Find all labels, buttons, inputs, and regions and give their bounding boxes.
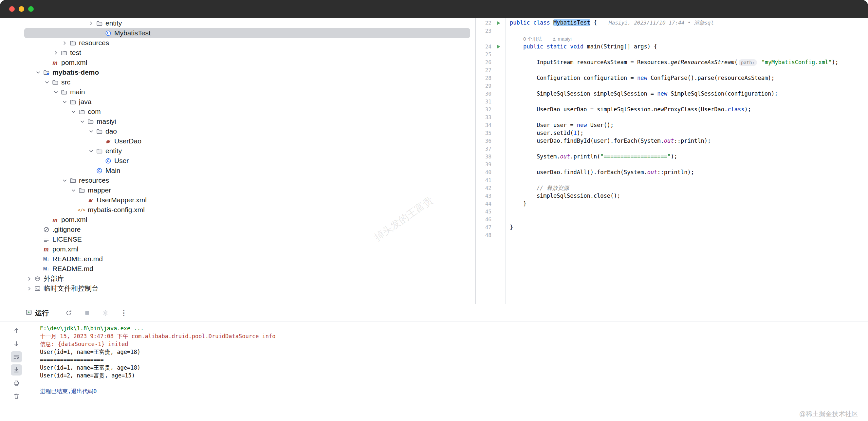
chevron-right-icon[interactable] [25,286,33,291]
print-icon[interactable] [11,378,22,389]
inlay-hint-line[interactable]: 0 个用法 masiyi [476,35,868,42]
tree-item-LICENSE[interactable]: LICENSE [24,234,470,244]
code-text: User user = new User(); [505,122,614,128]
code-line-24[interactable]: 24 public static void main(String[] args… [476,42,868,51]
chevron-down-icon[interactable] [34,70,42,75]
chevron-down-icon[interactable] [69,188,78,193]
tree-item-README.md[interactable]: M↓README.md [24,264,470,274]
tree-item-README.en.md[interactable]: M↓README.en.md [24,254,470,264]
line-number: 24 [476,43,492,50]
run-line-button[interactable] [492,21,505,26]
code-line-35[interactable]: 35 user.setId(1); [476,129,868,137]
tree-item-dao[interactable]: dao [24,126,470,136]
chevron-down-icon[interactable] [60,99,69,105]
tree-item-resources[interactable]: resources [24,38,470,48]
tree-item-resources[interactable]: resources [24,175,470,185]
run-tab[interactable]: 运行 [26,309,49,318]
tree-item-src[interactable]: src [24,77,470,87]
code-line-26[interactable]: 26 InputStream resourceAsSteam = Resourc… [476,58,868,66]
class-icon: C [95,168,103,174]
code-line-33[interactable]: 33 [476,113,868,121]
chevron-down-icon[interactable] [87,148,95,154]
scroll-to-end-icon[interactable] [11,364,22,376]
chevron-right-icon[interactable] [60,40,69,46]
chevron-down-icon[interactable] [69,109,78,115]
settings-icon[interactable] [100,307,111,319]
rerun-icon[interactable] [63,307,74,319]
tree-item-com[interactable]: com [24,107,470,117]
code-line-30[interactable]: 30 SimpleSqlSession simpleSqlSession = n… [476,90,868,98]
tree-item-pom.xml[interactable]: mpom.xml [24,58,470,67]
zoom-window-button[interactable] [28,6,34,12]
maven-icon: m [51,59,59,66]
tree-item-main[interactable]: main [24,87,470,97]
code-line-43[interactable]: 43 simpleSqlSession.close(); [476,192,868,200]
tree-item-java[interactable]: java [24,97,470,107]
tree-item-masiyi[interactable]: masiyi [24,117,470,126]
tree-item-pom.xml[interactable]: mpom.xml [24,215,470,225]
code-line-29[interactable]: 29 [476,82,868,90]
code-line-42[interactable]: 42 // 释放资源 [476,184,868,192]
code-line-46[interactable]: 46 [476,216,868,223]
code-line-36[interactable]: 36 userDao.findById(user).forEach(System… [476,137,868,145]
close-window-button[interactable] [9,6,15,12]
tree-item-entity[interactable]: entity [24,18,470,28]
tree-item-UserMapper.xml[interactable]: UserMapper.xml [24,195,470,205]
code-line-47[interactable]: 47} [476,223,868,231]
tree-item-.gitignore[interactable]: .gitignore [24,225,470,234]
code-line-45[interactable]: 45 [476,207,868,216]
line-number: 23 [476,28,492,34]
usages-hint[interactable]: 0 个用法 [523,36,542,41]
tree-item-label: UserMapper.xml [97,196,147,204]
more-options-icon[interactable]: ⋮ [118,307,129,319]
chevron-down-icon[interactable] [78,119,87,124]
tree-item-pom.xml[interactable]: mpom.xml [24,244,470,254]
code-line-25[interactable]: 25 [476,51,868,58]
chevron-right-icon[interactable] [25,276,33,282]
run-line-button[interactable] [492,44,505,49]
navigate-up-icon[interactable] [11,325,22,336]
tree-item-entity[interactable]: entity [24,146,470,156]
code-line-28[interactable]: 28 Configuration configuration = new Con… [476,74,868,82]
code-line-48[interactable]: 48 [476,231,868,239]
clear-console-icon[interactable] [11,391,22,402]
tree-item-Main[interactable]: CMain [24,166,470,175]
code-line-22[interactable]: 22public class MybatisTest {Masiyi, 2023… [476,19,868,27]
code-line-38[interactable]: 38 System.out.println("=================… [476,153,868,160]
code-line-27[interactable]: 27 [476,66,868,74]
tree-item-UserDao[interactable]: UserDao [24,136,470,146]
soft-wrap-icon[interactable] [11,351,22,362]
chevron-down-icon[interactable] [52,89,60,95]
code-line-40[interactable]: 40 userDao.findAll().forEach(System.out:… [476,168,868,176]
console-output[interactable]: E:\dev\jdk\1.8\bin\java.exe ...十一月 15, 2… [33,322,868,421]
chevron-down-icon[interactable] [42,79,51,85]
code-line-41[interactable]: 41 [476,176,868,184]
code-editor[interactable]: 22public class MybatisTest {Masiyi, 2023… [476,18,868,304]
tree-item-User[interactable]: CUser [24,156,470,166]
tree-item-临时文件和控制台[interactable]: 临时文件和控制台 [24,284,470,293]
code-line-23[interactable]: 23 [476,27,868,35]
package-icon [87,119,94,125]
chevron-down-icon[interactable] [60,178,69,183]
tree-item-MybatisTest[interactable]: CMybatisTest [24,28,470,38]
tree-item-外部库[interactable]: 外部库 [24,274,470,284]
minimize-window-button[interactable] [19,6,24,12]
code-line-44[interactable]: 44 } [476,200,868,207]
tree-item-test[interactable]: test [24,48,470,58]
tree-item-mybatis-demo[interactable]: mybatis-demo [24,67,470,77]
chevron-down-icon[interactable] [87,129,95,134]
code-line-31[interactable]: 31 [476,98,868,105]
chevron-right-icon[interactable] [52,50,60,56]
chevron-right-icon[interactable] [87,21,95,26]
folder-icon [69,40,76,46]
scratches-icon [33,286,41,292]
navigate-down-icon[interactable] [11,338,22,349]
line-number: 42 [476,185,492,191]
tree-item-mapper[interactable]: mapper [24,185,470,195]
code-line-37[interactable]: 37 [476,145,868,153]
stop-icon[interactable] [82,307,93,319]
code-line-32[interactable]: 32 UserDao userDao = simpleSqlSession.ne… [476,105,868,113]
tree-item-mybatis-config.xml[interactable]: </>mybatis-config.xml [24,205,470,215]
code-line-39[interactable]: 39 [476,160,868,168]
code-line-34[interactable]: 34 User user = new User(); [476,121,868,129]
